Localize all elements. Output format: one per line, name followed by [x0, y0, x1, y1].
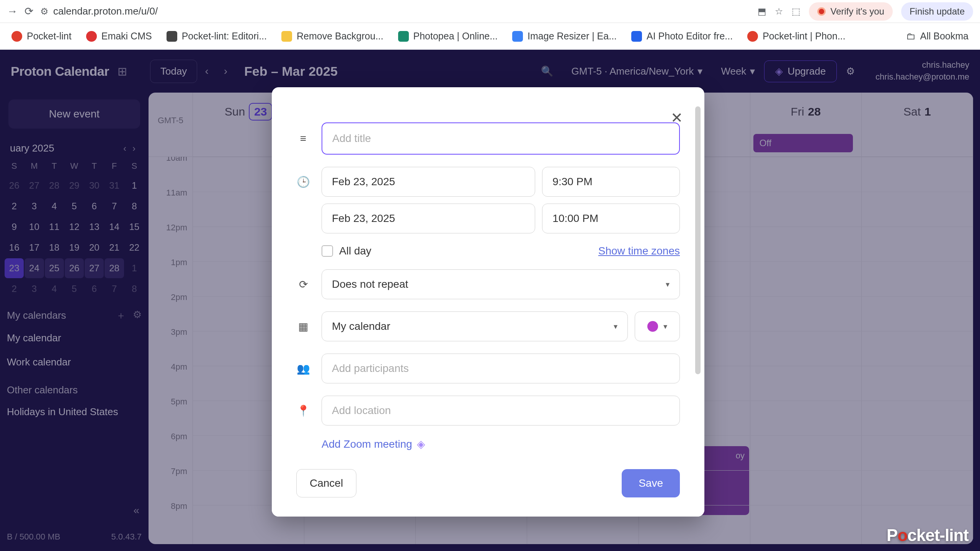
start-date-input[interactable]: Feb 23, 2025	[322, 167, 535, 197]
bookmarks-bar: Pocket-lint Emaki CMS Pocket-lint: Edito…	[0, 23, 980, 50]
address-bar[interactable]: ⚙ calendar.proton.me/u/0/	[40, 5, 751, 17]
watermark: Pocket-lint	[887, 526, 969, 545]
bookmark-item[interactable]: Pocket-lint: Editori...	[167, 31, 267, 42]
gem-icon: ◈	[417, 438, 425, 450]
verify-button[interactable]: Verify it's you	[809, 2, 893, 21]
bookmark-item[interactable]: AI Photo Editor fre...	[631, 31, 733, 42]
url-text: calendar.proton.me/u/0/	[53, 5, 158, 17]
end-time-input[interactable]: 10:00 PM	[542, 204, 680, 233]
bookmark-item[interactable]: Pocket-lint	[11, 31, 72, 42]
start-time-input[interactable]: 9:30 PM	[542, 167, 680, 197]
new-event-modal: ✕ ≡ 🕒 Feb 23, 2025 9:30 PM Feb 23, 2025 …	[272, 87, 704, 517]
end-date-input[interactable]: Feb 23, 2025	[322, 204, 535, 233]
location-icon: 📍	[296, 404, 310, 417]
save-button[interactable]: Save	[622, 469, 680, 497]
clock-icon: 🕒	[296, 176, 310, 188]
scrollbar[interactable]	[695, 106, 701, 416]
forward-icon[interactable]: →	[7, 5, 18, 18]
add-zoom-link[interactable]: Add Zoom meeting◈	[322, 438, 680, 450]
event-title-input[interactable]	[322, 122, 680, 155]
show-timezones-link[interactable]: Show time zones	[598, 245, 680, 257]
install-icon[interactable]: ⬒	[758, 6, 766, 17]
browser-toolbar: → ⟳ ⚙ calendar.proton.me/u/0/ ⬒ ☆ ⬚ Veri…	[0, 0, 980, 23]
bookmark-item[interactable]: Pocket-lint | Phon...	[747, 31, 845, 42]
participants-icon: 👥	[296, 362, 310, 375]
chevron-down-icon: ▾	[666, 280, 670, 289]
calendar-icon: ▦	[296, 320, 310, 333]
location-input[interactable]: Add location	[322, 396, 680, 425]
star-icon[interactable]: ☆	[775, 6, 783, 17]
chevron-down-icon: ▾	[614, 322, 617, 331]
calendar-select[interactable]: My calendar▾	[322, 311, 628, 341]
all-bookmarks-button[interactable]: 🗀All Bookma	[906, 31, 969, 42]
cancel-button[interactable]: Cancel	[296, 469, 356, 497]
repeat-icon: ⟳	[296, 278, 310, 291]
folder-icon: 🗀	[906, 31, 916, 42]
site-settings-icon[interactable]: ⚙	[40, 6, 49, 17]
bookmark-item[interactable]: Photopea | Online...	[398, 31, 498, 42]
color-select[interactable]: ▾	[635, 311, 680, 341]
title-icon: ≡	[296, 132, 310, 145]
finish-update-button[interactable]: Finish update	[901, 2, 973, 21]
participants-input[interactable]: Add participants	[322, 354, 680, 383]
bookmark-item[interactable]: Remove Backgrou...	[281, 31, 384, 42]
bookmark-item[interactable]: Image Resizer | Ea...	[512, 31, 617, 42]
all-day-checkbox[interactable]: All day	[322, 245, 371, 257]
reload-icon[interactable]: ⟳	[24, 5, 33, 18]
color-swatch	[647, 321, 658, 332]
extensions-icon[interactable]: ⬚	[792, 6, 800, 17]
chevron-down-icon: ▾	[663, 322, 667, 331]
bookmark-item[interactable]: Emaki CMS	[86, 31, 152, 42]
repeat-select[interactable]: Does not repeat▾	[322, 269, 680, 299]
